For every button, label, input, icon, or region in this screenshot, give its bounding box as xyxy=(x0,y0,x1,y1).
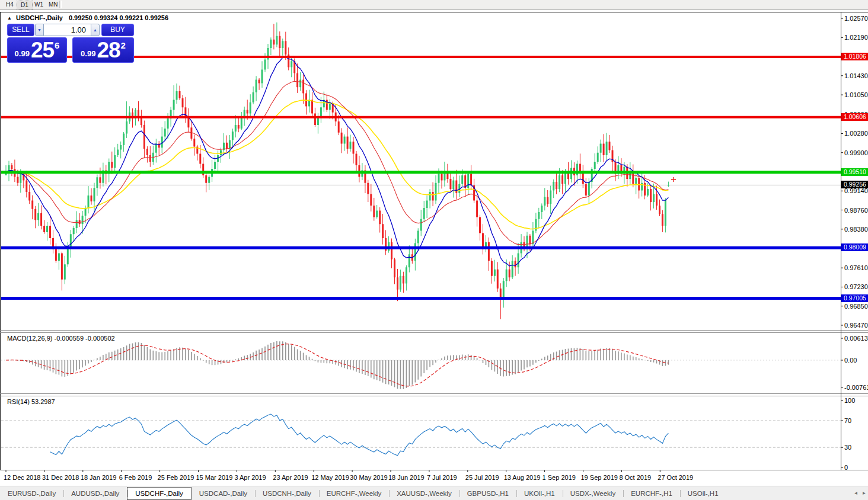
date-tick-label: 1 Sep 2019 xyxy=(542,474,576,481)
collapse-chart-icon[interactable]: ▲ xyxy=(7,15,12,21)
chart-tab-bar: EURUSD-,DailyAUDUSD-,DailyUSDCHF-,DailyU… xyxy=(0,486,868,500)
tab-scroll-left-icon[interactable]: ◄ xyxy=(852,489,860,497)
axis-tick-label: 0.97610 xyxy=(844,264,868,271)
sell-button[interactable]: SELL xyxy=(7,24,34,36)
date-tick-label: 12 May 2019 xyxy=(311,474,349,481)
axis-ticks xyxy=(6,18,843,472)
date-tick-label: 30 May 2019 xyxy=(350,474,388,481)
chart-ohlc-values: 0.99250 0.99324 0.99221 0.99256 xyxy=(69,14,168,21)
date-tick-label: 18 Jan 2019 xyxy=(81,474,117,481)
current-price-chip: 0.99256 xyxy=(841,181,868,188)
chart-symbol-period: USDCHF-,Daily xyxy=(16,14,63,21)
axis-tick-label: 0.00613 xyxy=(844,335,868,342)
date-tick-label: 18 Jun 2019 xyxy=(388,474,425,481)
tab-eurchf-h1[interactable]: EURCHF-,H1 xyxy=(623,488,680,499)
volume-input[interactable] xyxy=(44,24,91,36)
macd-histogram xyxy=(6,341,668,389)
rsi-indicator-label: RSI(14) 53.2987 xyxy=(7,398,55,405)
axis-tick-label: 1.02570 xyxy=(844,15,868,22)
tab-eurusd-daily[interactable]: EURUSD-,Daily xyxy=(0,488,63,499)
buy-price-pip: 2 xyxy=(121,40,126,50)
axis-tick-label: 0.96850 xyxy=(844,303,868,310)
date-tick-label: 19 Sep 2019 xyxy=(581,474,618,481)
date-tick-label: 7 Jul 2019 xyxy=(427,474,457,481)
axis-tick-label: 0 xyxy=(844,464,848,471)
tab-usdcnh-daily[interactable]: USDCNH-,Daily xyxy=(255,488,319,499)
hline-price-chip: 1.00606 xyxy=(841,113,868,121)
macd-panel-top-border xyxy=(0,332,868,333)
date-tick-label: 23 Apr 2019 xyxy=(273,474,308,481)
metatrader-window: H4D1W1MN ▲ USDCHF-,Daily 0.99250 0.99324… xyxy=(0,0,868,500)
tab-usdcad-daily[interactable]: USDCAD-,Daily xyxy=(192,488,255,499)
last-bar-cross-marker xyxy=(671,177,676,182)
ma-slow-line xyxy=(6,100,668,229)
sell-price-pip: 6 xyxy=(55,40,59,50)
buy-button[interactable]: BUY xyxy=(101,24,134,36)
volume-decrease-button[interactable]: ▼ xyxy=(35,24,44,36)
macd-panel-bottom-border[interactable] xyxy=(0,393,868,394)
date-tick-label: 25 Feb 2019 xyxy=(158,474,194,481)
tab-scroll-right-icon[interactable]: ► xyxy=(860,489,868,497)
hline-price-chip: 1.01806 xyxy=(841,53,868,60)
volume-increase-button[interactable]: ▲ xyxy=(91,24,100,36)
tab-usdchf-daily[interactable]: USDCHF-,Daily xyxy=(127,487,192,500)
date-tick-label: 13 Aug 2019 xyxy=(504,474,541,481)
price-panel-bottom-border[interactable] xyxy=(0,330,868,331)
date-tick-label: 25 Jul 2019 xyxy=(465,474,499,481)
ma-mid-line xyxy=(6,81,668,245)
buy-price-handle: 0.99 xyxy=(81,49,95,58)
axis-tick-label: 1.00280 xyxy=(844,130,868,137)
sell-price-handle: 0.99 xyxy=(15,49,30,58)
axis-tick-label: 100 xyxy=(844,397,855,404)
date-tick-label: 31 Dec 2018 xyxy=(42,474,79,481)
axis-tick-label: 0.00 xyxy=(844,357,857,364)
date-tick-label: 15 Mar 2019 xyxy=(196,474,233,481)
sell-price-big: 25 xyxy=(31,39,54,62)
date-tick-label: 6 Feb 2019 xyxy=(119,474,152,481)
axis-tick-label: 1.01050 xyxy=(844,91,868,98)
rsi-panel xyxy=(1,414,841,456)
axis-tick-label: 70 xyxy=(844,417,851,424)
chart-top-border xyxy=(0,12,868,12)
chart-canvas[interactable] xyxy=(0,0,868,500)
buy-price-box[interactable]: 0.99 28 2 xyxy=(72,37,134,63)
hline-price-chip: 0.98009 xyxy=(841,243,868,251)
macd-panel xyxy=(1,341,841,389)
axis-tick-label: 0.98760 xyxy=(844,207,868,214)
date-tick-label: 27 Oct 2019 xyxy=(658,474,693,481)
macd-signal-line xyxy=(6,344,668,386)
one-click-trading-panel: SELL ▼ ▲ BUY 0.99 25 6 0.99 28 2 xyxy=(7,24,135,63)
sell-price-box[interactable]: 0.99 25 6 xyxy=(7,37,67,63)
tab-xauusd-weekly[interactable]: XAUUSD-,Weekly xyxy=(389,488,459,499)
rsi-panel-top-border xyxy=(0,396,868,396)
axis-tick-label: 30 xyxy=(844,444,851,451)
rsi-panel-bottom-border xyxy=(0,470,868,470)
axis-tick-label: 0.96470 xyxy=(844,322,868,329)
axis-tick-label: 1.02190 xyxy=(844,34,868,41)
axis-tick-label: 1.01430 xyxy=(844,72,868,79)
tab-usoil-h1[interactable]: USOil-,H1 xyxy=(680,488,726,499)
chart-left-border xyxy=(0,12,1,470)
price-axis-border xyxy=(841,12,841,470)
axis-tick-label: 0.97230 xyxy=(844,283,868,290)
date-tick-label: 12 Dec 2018 xyxy=(4,474,40,481)
buy-price-big: 28 xyxy=(97,39,120,62)
chart-title: ▲ USDCHF-,Daily 0.99250 0.99324 0.99221 … xyxy=(7,14,168,21)
hline-price-chip: 0.99510 xyxy=(841,168,868,176)
axis-tick-label: 0.98380 xyxy=(844,226,868,233)
axis-tick-label: 0.99900 xyxy=(844,149,868,156)
date-tick-label: 3 Apr 2019 xyxy=(234,474,266,481)
tab-eurchf-weekly[interactable]: EURCHF-,Weekly xyxy=(319,488,389,499)
axis-tick-label: -0.007612 xyxy=(844,384,868,391)
ma-fast-line xyxy=(6,57,668,266)
hline-price-chip: 0.97005 xyxy=(841,294,868,302)
tab-ukoil-h1[interactable]: UKOil-,H1 xyxy=(516,488,563,499)
tab-gbpusd-h1[interactable]: GBPUSD-,H1 xyxy=(459,488,516,499)
tab-usdx-weekly[interactable]: USDX-,Weekly xyxy=(563,488,623,499)
date-tick-label: 8 Oct 2019 xyxy=(619,474,651,481)
macd-indicator-label: MACD(12,26,9) -0.000559 -0.000502 xyxy=(7,335,115,342)
tab-audusd-daily[interactable]: AUDUSD-,Daily xyxy=(63,488,127,499)
